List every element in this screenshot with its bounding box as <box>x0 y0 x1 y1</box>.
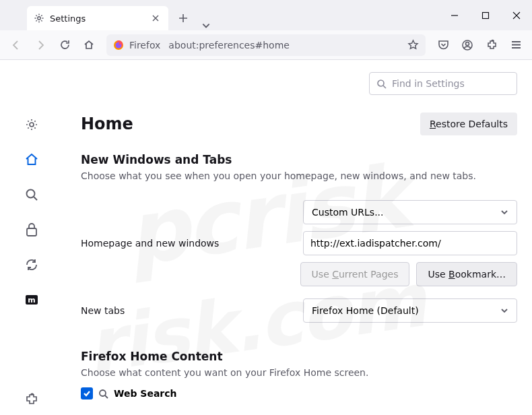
svg-point-11 <box>378 80 384 86</box>
svg-rect-1 <box>483 12 489 18</box>
sidebar-item-home[interactable] <box>22 150 41 169</box>
use-current-pages-button[interactable]: Use Current Pages <box>300 262 410 286</box>
bookmark-star-icon[interactable] <box>407 39 419 51</box>
search-icon <box>98 389 108 399</box>
titlebar: Settings <box>0 0 532 30</box>
back-button[interactable] <box>5 34 27 56</box>
sidebar-item-privacy[interactable] <box>22 220 41 239</box>
home-button[interactable] <box>78 34 100 56</box>
reload-button[interactable] <box>54 34 75 56</box>
sidebar-item-sync[interactable] <box>22 255 41 274</box>
websearch-label: Web Search <box>114 388 177 399</box>
newtabs-dropdown[interactable]: Firefox Home (Default) <box>303 298 517 323</box>
url-text: about:preferences#home <box>168 40 290 51</box>
sidebar-item-general[interactable] <box>22 115 41 134</box>
section-heading-home-content: Firefox Home Content <box>81 350 517 363</box>
tabs-overflow-button[interactable] <box>194 21 218 30</box>
dropdown-label: Firefox Home (Default) <box>312 305 419 316</box>
websearch-checkbox[interactable] <box>81 387 93 400</box>
svg-rect-8 <box>27 228 36 236</box>
svg-point-12 <box>100 390 106 396</box>
search-placeholder: Find in Settings <box>392 78 465 89</box>
maximize-button[interactable] <box>470 0 501 30</box>
sidebar-item-extensions[interactable] <box>22 396 41 415</box>
extensions-button[interactable] <box>481 34 502 56</box>
svg-point-5 <box>466 42 469 45</box>
homepage-label: Homepage and new windows <box>81 238 303 249</box>
new-tab-button[interactable] <box>172 7 194 29</box>
sidebar: m <box>0 60 63 415</box>
homepage-mode-dropdown[interactable]: Custom URLs... <box>303 200 517 224</box>
page-title: Home <box>81 115 133 133</box>
tab-title: Settings <box>50 13 86 24</box>
pocket-button[interactable] <box>432 34 454 56</box>
chevron-down-icon <box>500 307 508 315</box>
restore-defaults-button[interactable]: Restore Defaults <box>420 113 517 135</box>
homepage-url-input[interactable] <box>303 231 517 255</box>
svg-point-0 <box>38 17 40 20</box>
main-content: Find in Settings Home Restore Defaults N… <box>63 60 532 415</box>
search-settings-input[interactable]: Find in Settings <box>369 72 517 95</box>
url-bar[interactable]: Firefox about:preferences#home <box>106 34 426 56</box>
dropdown-label: Custom URLs... <box>312 207 384 218</box>
use-bookmark-button[interactable]: Use Bookmark… <box>416 262 517 286</box>
close-tab-button[interactable] <box>149 12 162 24</box>
svg-point-7 <box>27 190 35 198</box>
gear-icon <box>34 13 44 24</box>
section-heading-windows-tabs: New Windows and Tabs <box>81 153 517 166</box>
sidebar-item-search[interactable] <box>22 185 41 204</box>
newtabs-label: New tabs <box>81 305 303 316</box>
tab-settings[interactable]: Settings <box>27 6 168 30</box>
forward-button[interactable] <box>30 34 51 56</box>
section-desc: Choose what content you want on your Fir… <box>81 367 517 378</box>
chevron-down-icon <box>500 208 508 216</box>
svg-point-6 <box>30 123 34 127</box>
account-button[interactable] <box>457 34 478 56</box>
firefox-logo-icon <box>113 40 124 51</box>
section-desc: Choose what you see when you open your h… <box>81 170 517 181</box>
toolbar: Firefox about:preferences#home <box>0 30 532 60</box>
close-window-button[interactable] <box>501 0 532 30</box>
search-icon <box>376 79 387 89</box>
svg-text:m: m <box>28 296 35 305</box>
minimize-button[interactable] <box>439 0 470 30</box>
app-menu-button[interactable] <box>505 34 527 56</box>
sidebar-item-more[interactable]: m <box>22 290 41 309</box>
identity-label: Firefox <box>129 40 160 51</box>
